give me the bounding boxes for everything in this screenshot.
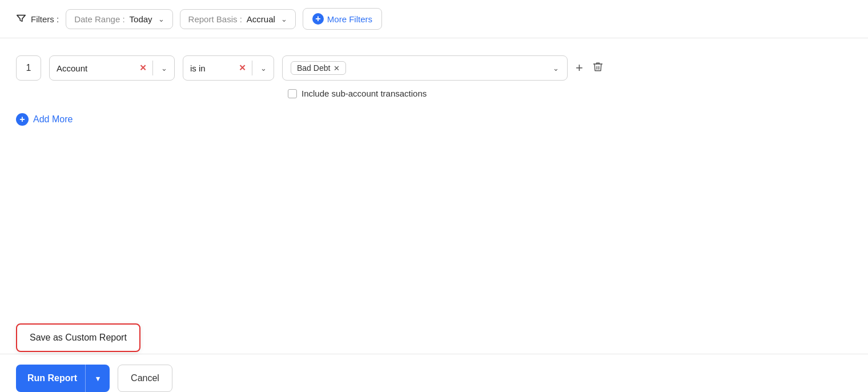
subaccount-label: Include sub-account transactions bbox=[302, 89, 427, 98]
report-basis-chevron-icon: ⌄ bbox=[281, 15, 287, 23]
add-more-label: Add More bbox=[33, 114, 73, 125]
bottom-bar: Run Report ▾ Cancel Save as Custom Repor… bbox=[0, 354, 868, 392]
main-container: Filters : Date Range : Today ⌄ Report Ba… bbox=[0, 0, 868, 392]
report-basis-label: Report Basis : bbox=[188, 14, 242, 24]
report-basis-value: Accrual bbox=[247, 14, 275, 24]
field-name-label: Account bbox=[57, 63, 134, 73]
add-more-button[interactable]: + Add More bbox=[16, 113, 852, 126]
more-filters-label: More Filters bbox=[327, 14, 372, 24]
filter-bar: Filters : Date Range : Today ⌄ Report Ba… bbox=[0, 0, 868, 38]
run-report-label: Run Report bbox=[27, 373, 85, 383]
operator-clear-icon[interactable]: ✕ bbox=[239, 63, 246, 73]
field-selector[interactable]: Account ✕ ⌄ bbox=[49, 55, 175, 81]
filters-label: Filters : bbox=[16, 13, 59, 25]
date-range-dropdown[interactable]: Date Range : Today ⌄ bbox=[66, 9, 172, 29]
tag-label: Bad Debt bbox=[297, 63, 330, 73]
field-chevron-icon[interactable]: ⌄ bbox=[161, 64, 167, 73]
value-tag: Bad Debt ✕ bbox=[291, 61, 346, 75]
field-clear-icon[interactable]: ✕ bbox=[139, 63, 147, 73]
save-custom-report-button[interactable]: Save as Custom Report bbox=[16, 323, 140, 352]
subaccount-row: Include sub-account transactions bbox=[16, 89, 852, 98]
cancel-button[interactable]: Cancel bbox=[118, 365, 172, 392]
operator-divider bbox=[252, 61, 252, 75]
row-actions: + bbox=[576, 55, 604, 81]
add-more-plus-icon: + bbox=[16, 113, 29, 126]
field-divider bbox=[152, 61, 153, 75]
value-chevron-icon[interactable]: ⌄ bbox=[553, 64, 559, 73]
subaccount-checkbox[interactable] bbox=[288, 89, 297, 98]
date-range-value: Today bbox=[130, 14, 152, 24]
add-condition-button[interactable]: + bbox=[576, 61, 583, 75]
operator-label: is in bbox=[190, 63, 233, 73]
filter-funnel-icon bbox=[16, 13, 26, 25]
operator-selector[interactable]: is in ✕ ⌄ bbox=[183, 55, 274, 81]
delete-row-button[interactable] bbox=[592, 61, 604, 75]
operator-chevron-icon[interactable]: ⌄ bbox=[260, 64, 267, 73]
run-report-button[interactable]: Run Report ▾ bbox=[16, 365, 110, 392]
report-basis-dropdown[interactable]: Report Basis : Accrual ⌄ bbox=[180, 9, 296, 29]
more-filters-plus-icon: + bbox=[312, 13, 324, 25]
value-selector[interactable]: Bad Debt ✕ ⌄ bbox=[282, 55, 568, 81]
bottom-actions: Run Report ▾ Cancel bbox=[16, 365, 852, 392]
filter-row: 1 Account ✕ ⌄ is in ✕ ⌄ Bad Debt ✕ bbox=[16, 55, 852, 81]
row-number: 1 bbox=[16, 55, 41, 81]
tag-close-icon[interactable]: ✕ bbox=[333, 64, 340, 73]
run-report-arrow-icon[interactable]: ▾ bbox=[86, 365, 110, 392]
filter-rows-area: 1 Account ✕ ⌄ is in ✕ ⌄ Bad Debt ✕ bbox=[0, 38, 868, 354]
date-range-label: Date Range : bbox=[74, 14, 124, 24]
date-range-chevron-icon: ⌄ bbox=[158, 15, 164, 23]
more-filters-button[interactable]: + More Filters bbox=[303, 8, 382, 30]
